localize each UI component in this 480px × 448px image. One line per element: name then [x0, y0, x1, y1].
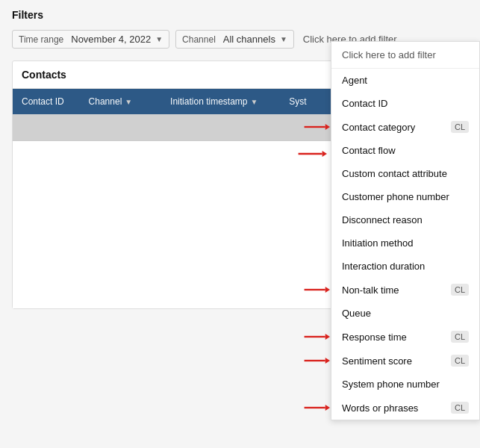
contacts-section: Contacts Contact ID Channel ▼ Initiation… — [12, 60, 340, 309]
channel-value: All channels — [223, 34, 275, 45]
svg-marker-7 — [325, 334, 330, 340]
dropdown-menu: Click here to add filter Agent Contact I… — [331, 41, 480, 420]
sentiment-score-badge: CL — [451, 355, 469, 367]
contacts-title: Contacts — [13, 61, 340, 89]
click-to-add-filter[interactable]: Click here to add filter — [331, 42, 479, 69]
dropdown-item-customer-phone[interactable]: Customer phone number — [331, 185, 479, 208]
channel-dropdown[interactable]: Channel All channels ▼ — [175, 30, 294, 49]
dropdown-item-initiation-method[interactable]: Initiation method — [331, 231, 479, 255]
dropdown-item-custom-attribute-label: Custom contact attribute — [342, 168, 447, 179]
svg-marker-11 — [325, 405, 330, 411]
dropdown-item-sentiment-score-label: Sentiment score — [342, 355, 412, 367]
column-initiation[interactable]: Initiation timestamp ▼ — [161, 89, 280, 114]
channel-sort-icon: ▼ — [125, 98, 132, 106]
dropdown-item-interaction-duration-label: Interaction duration — [342, 261, 425, 272]
table-row-gray — [13, 114, 340, 141]
dropdown-item-contact-flow[interactable]: Contact flow — [331, 139, 479, 162]
svg-marker-5 — [325, 287, 330, 293]
time-range-chevron-icon: ▼ — [155, 35, 163, 43]
dropdown-item-queue-label: Queue — [342, 308, 371, 319]
dropdown-item-response-time-label: Response time — [342, 332, 407, 343]
dropdown-item-initiation-method-label: Initiation method — [342, 237, 413, 249]
column-channel-label: Channel — [89, 96, 122, 107]
dropdown-item-response-time[interactable]: Response time CL — [331, 325, 479, 349]
dropdown-item-agent[interactable]: Agent — [331, 69, 479, 92]
dropdown-item-words-or-phrases[interactable]: Words or phrases CL — [331, 396, 479, 420]
dropdown-item-system-phone-label: System phone number — [342, 379, 440, 390]
dropdown-item-contactid-label: Contact ID — [342, 98, 387, 109]
response-time-badge: CL — [451, 331, 469, 343]
column-contactid-label: Contact ID — [22, 96, 64, 107]
column-channel[interactable]: Channel ▼ — [80, 89, 162, 114]
non-talk-time-badge: CL — [451, 284, 469, 296]
time-range-label: Time range — [19, 34, 63, 45]
dropdown-item-sentiment-score[interactable]: Sentiment score CL — [331, 349, 479, 373]
dropdown-item-queue[interactable]: Queue — [331, 302, 479, 325]
dropdown-item-disconnect-reason-label: Disconnect reason — [342, 214, 423, 225]
column-system-label: Syst — [289, 96, 306, 107]
dropdown-item-custom-attribute[interactable]: Custom contact attribute — [331, 162, 479, 185]
dropdown-item-agent-label: Agent — [342, 75, 367, 86]
channel-chevron-icon: ▼ — [280, 35, 287, 43]
svg-marker-3 — [325, 124, 330, 130]
dropdown-item-system-phone[interactable]: System phone number — [331, 373, 479, 396]
table-body — [13, 114, 340, 308]
sentiment-score-arrow — [303, 355, 330, 367]
dropdown-item-non-talk-time-label: Non-talk time — [342, 284, 399, 296]
dropdown-item-contactid[interactable]: Contact ID — [331, 92, 479, 115]
dropdown-item-contact-category-label: Contact category — [342, 122, 415, 133]
initiation-sort-icon: ▼ — [251, 98, 258, 106]
dropdown-item-disconnect-reason[interactable]: Disconnect reason — [331, 208, 479, 231]
dropdown-item-contact-category[interactable]: Contact category CL — [331, 115, 479, 139]
contact-category-arrow — [303, 121, 330, 133]
svg-marker-9 — [325, 358, 330, 364]
words-or-phrases-badge: CL — [451, 402, 469, 414]
channel-label: Channel — [182, 34, 216, 45]
dropdown-item-interaction-duration[interactable]: Interaction duration — [331, 255, 479, 278]
column-initiation-label: Initiation timestamp — [170, 96, 247, 107]
non-talk-time-arrow — [303, 284, 330, 296]
table-header-arrow — [297, 148, 327, 162]
dropdown-item-contact-flow-label: Contact flow — [342, 145, 396, 156]
page-title: Filters — [12, 9, 468, 21]
response-time-arrow — [303, 331, 330, 343]
dropdown-item-customer-phone-label: Customer phone number — [342, 191, 449, 202]
time-range-value: November 4, 2022 — [71, 34, 151, 45]
column-contactid[interactable]: Contact ID — [13, 89, 80, 114]
dropdown-item-non-talk-time[interactable]: Non-talk time CL — [331, 278, 479, 302]
contact-category-badge: CL — [451, 121, 469, 133]
time-range-dropdown[interactable]: Time range November 4, 2022 ▼ — [12, 30, 169, 49]
dropdown-item-words-or-phrases-label: Words or phrases — [342, 402, 418, 414]
words-or-phrases-arrow — [303, 402, 330, 414]
table-header: Contact ID Channel ▼ Initiation timestam… — [13, 89, 340, 114]
svg-marker-1 — [322, 151, 327, 157]
